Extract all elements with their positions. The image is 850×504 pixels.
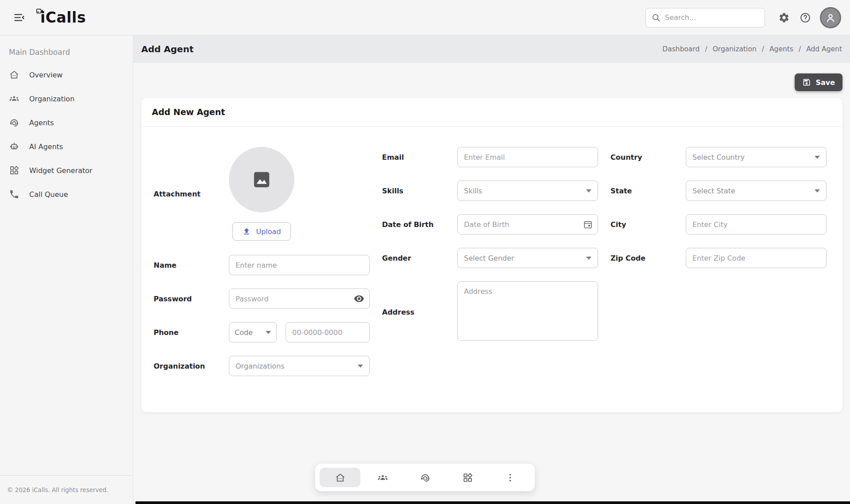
address-textarea[interactable] [457,281,598,341]
main-area: Add Agent Dashboard / Organization / Age… [133,35,850,504]
name-input[interactable] [229,255,370,275]
bottom-nav-agents[interactable] [405,468,445,487]
gender-select[interactable]: Select Gender [457,248,598,268]
skills-select[interactable]: Skills [457,181,598,201]
sidebar: Main Dashboard Overview [0,35,133,504]
country-select[interactable]: Select Country [686,147,827,167]
save-floppy-icon [802,78,811,87]
top-header: iCalls [0,0,850,35]
attachment-label: Attachment [154,190,229,198]
page-title: Add Agent [141,44,193,54]
bottom-nav-organization[interactable] [362,468,403,487]
chevron-down-icon [586,189,591,192]
save-button[interactable]: Save [795,73,842,91]
breadcrumb: Dashboard / Organization / Agents / Add … [662,45,842,53]
gender-select-value: Select Gender [464,254,514,262]
logo-text: iCalls [38,9,86,26]
sidebar-item-label: Agents [29,119,54,127]
bottom-nav [315,464,535,491]
organization-select-value: Organizations [236,362,285,370]
sidebar-toggle-icon[interactable] [13,12,25,23]
breadcrumb-item-dashboard[interactable]: Dashboard [662,45,699,53]
chevron-down-icon [266,331,271,334]
state-select[interactable]: Select State [686,181,827,201]
breadcrumb-separator: / [762,45,764,53]
copyright-footer: © 2026 iCalls. All rights reserved. [0,475,133,504]
settings-gear-icon[interactable] [778,12,790,23]
password-visibility-icon[interactable] [354,293,364,304]
save-button-label: Save [815,78,835,87]
add-agent-card: Add New Agent Attachment [141,98,842,412]
user-avatar[interactable] [820,7,841,28]
phone-number-input[interactable] [286,322,370,342]
phone-icon [9,189,19,200]
robot-icon [9,141,19,152]
calendar-icon[interactable] [583,219,593,229]
sidebar-item-label: Widget Generator [29,166,93,175]
horizontal-scrollbar[interactable] [135,501,850,504]
email-input[interactable] [457,147,598,167]
videocam-icon [36,7,44,17]
dob-label: Date of Birth [382,220,457,229]
upload-button[interactable]: Upload [232,222,290,241]
sidebar-item-ai-agents[interactable]: AI Agents [0,135,133,158]
search-input[interactable] [665,13,759,22]
home-icon [9,69,19,80]
bottom-nav-more[interactable] [490,468,530,487]
sidebar-item-label: AI Agents [29,142,63,151]
image-placeholder-icon [251,169,272,190]
groups-icon [377,472,388,483]
sidebar-nav: Overview Organization [0,63,133,475]
chevron-down-icon [358,365,363,368]
home-icon [335,472,346,483]
bottom-nav-widgets[interactable] [447,468,488,487]
page-header-bar: Add Agent Dashboard / Organization / Age… [133,35,850,63]
email-label: Email [382,153,457,162]
global-search [645,8,765,27]
groups-icon [9,93,19,104]
skills-select-value: Skills [464,187,482,195]
sidebar-item-agents[interactable]: Agents [0,111,133,135]
city-input[interactable] [686,214,827,235]
phone-label: Phone [154,328,229,337]
organization-label: Organization [154,362,229,370]
form-column-2: Email Skills Skills [382,147,598,376]
upload-button-label: Upload [256,227,281,236]
help-icon[interactable] [800,12,811,23]
sidebar-item-widget-generator[interactable]: Widget Generator [0,158,133,182]
bottom-nav-home[interactable] [320,468,360,487]
app-root: iCalls [0,0,850,504]
state-select-value: Select State [692,187,735,195]
state-label: State [610,187,686,195]
card-title: Add New Agent [141,98,842,127]
breadcrumb-separator: / [705,45,707,53]
breadcrumb-item-add-agent[interactable]: Add Agent [806,45,842,53]
breadcrumb-separator: / [799,45,801,53]
gender-label: Gender [382,254,457,262]
page-content: Save Add New Agent Attachment [133,63,850,412]
sidebar-item-label: Overview [29,71,62,79]
address-label: Address [382,308,457,316]
organization-select[interactable]: Organizations [229,356,370,376]
phone-code-select[interactable]: Code [229,322,277,342]
phone-code-value: Code [235,328,253,337]
form-column-3: Country Select Country State [610,147,827,376]
sidebar-item-call-queue[interactable]: Call Queue [0,182,133,206]
breadcrumb-item-agents[interactable]: Agents [769,45,793,53]
chevron-down-icon [815,156,820,159]
app-logo: iCalls [38,9,86,26]
chevron-down-icon [586,257,591,260]
country-select-value: Select Country [692,153,745,162]
breadcrumb-item-organization[interactable]: Organization [713,45,757,53]
attachment-preview [229,147,294,212]
sidebar-item-overview[interactable]: Overview [0,63,133,87]
zip-input[interactable] [686,248,827,268]
skills-label: Skills [382,187,457,195]
agent-form: Attachment [141,127,842,412]
password-input[interactable] [229,289,370,309]
sidebar-item-organization[interactable]: Organization [0,87,133,111]
widgets-icon [462,472,473,483]
dob-input[interactable] [457,214,598,235]
widgets-icon [9,165,19,176]
city-label: City [610,220,686,229]
